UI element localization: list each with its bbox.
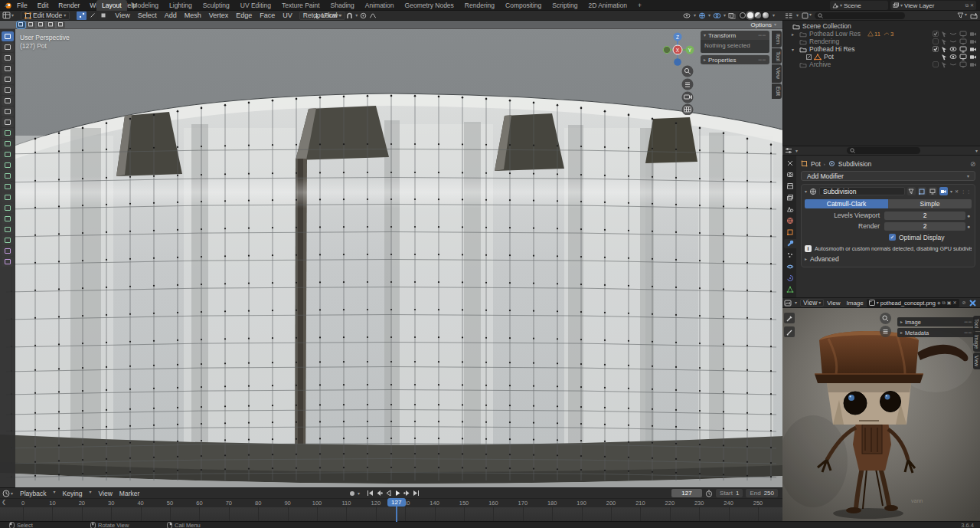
chevron-down-icon[interactable]: ▾ [796, 13, 799, 18]
tool-rf-smooth[interactable] [2, 235, 14, 245]
tool-cursor[interactable] [2, 42, 14, 52]
viewport-disable-icon[interactable] [959, 61, 967, 68]
chevron-down-icon[interactable]: ▾ [724, 13, 726, 18]
drag-handle-icon[interactable]: ⋮⋮ [961, 189, 972, 194]
workspace-tab-2d-animation[interactable]: 2D Animation [583, 0, 632, 11]
edge-select-button[interactable] [87, 11, 97, 20]
properties-tab-modifiers[interactable] [784, 239, 796, 248]
jump-to-start-button[interactable] [367, 490, 374, 497]
properties-panel-header[interactable]: ▸ Properties ══ [701, 55, 769, 64]
metadata-overlay-panel[interactable]: ▸ Metadata ══ [897, 328, 975, 337]
viewport-disable-icon[interactable] [959, 38, 967, 45]
falloff-icon[interactable] [369, 12, 377, 19]
display-mode-dropdown[interactable]: ▾ [802, 12, 812, 19]
solid-shading-button[interactable] [747, 12, 753, 18]
chevron-down-icon[interactable]: ▾ [708, 13, 710, 18]
zoom-button[interactable] [682, 66, 694, 77]
expand-toggle-icon[interactable]: ▸ [792, 31, 797, 37]
tool-box-select[interactable] [2, 31, 14, 41]
panel-grip-icon[interactable]: ══ [758, 33, 766, 38]
tool-transform[interactable] [2, 85, 14, 95]
render-levels-field[interactable]: 2 [884, 222, 965, 231]
eye-closed-icon[interactable] [949, 38, 957, 44]
image-menu-image[interactable]: Image [847, 300, 864, 307]
end-frame-field[interactable]: End250 [746, 489, 778, 497]
selectable-toggle-icon[interactable] [941, 46, 947, 53]
viewport-menu-select[interactable]: Select [138, 11, 157, 19]
timeline-menu-playback[interactable]: Playback [20, 490, 47, 497]
transform-panel-header[interactable]: ▾ Transform ══ [701, 31, 769, 40]
eye-closed-icon[interactable] [949, 61, 957, 67]
pack-icon[interactable]: ▣ [947, 300, 952, 305]
view-layer-selector[interactable]: ▾ View Layer ⧉ ✕ [890, 1, 976, 10]
workspace-tab-modeling[interactable]: Modeling [127, 0, 165, 11]
overlays-toggle[interactable] [713, 12, 721, 19]
tool-annotate[interactable] [2, 96, 14, 106]
animate-dot-icon[interactable]: ● [965, 224, 972, 229]
blender-logo-icon[interactable] [4, 2, 12, 9]
close-icon[interactable]: ✕ [970, 3, 974, 8]
chevron-down-icon[interactable]: ▾ [773, 13, 775, 18]
visibility-dropdown[interactable] [683, 12, 691, 19]
tool-scale[interactable] [2, 74, 14, 84]
tool-rf-grease-pencil[interactable] [2, 257, 14, 267]
scene-selector[interactable]: ▾ Scene [830, 1, 888, 10]
viewport-menu-face[interactable]: Face [260, 11, 275, 19]
image-editor-canvas[interactable]: ▸ Image ══ ▸ Metadata ══ ToolImageView v… [782, 308, 980, 521]
tool-rf-polypen[interactable] [2, 160, 14, 170]
tool-rf-patches[interactable] [2, 214, 14, 224]
current-frame-field[interactable]: 127 [671, 489, 702, 497]
workspace-tab-geometry-nodes[interactable]: Geometry Nodes [400, 0, 459, 11]
pin-icon[interactable]: ⊘ [962, 300, 966, 305]
workspace-tab-rendering[interactable]: Rendering [459, 0, 500, 11]
timeline-menu-keying[interactable]: Keying [63, 490, 83, 497]
tool-rf-stretch[interactable] [2, 246, 14, 256]
eye-open-icon[interactable] [949, 54, 957, 60]
display-mode-dropdown[interactable]: View ▾ [800, 299, 824, 307]
chevron-down-icon[interactable]: ▾ [805, 189, 807, 194]
gizmos-toggle[interactable] [698, 12, 706, 19]
viewport-3d[interactable]: Options ▾ User Perspective (127) Pot ▾ T… [0, 21, 782, 487]
render-disable-icon[interactable] [969, 61, 977, 68]
gizmo-z-neg-axis[interactable] [674, 58, 681, 66]
timeline-editor-button[interactable]: ▾ [2, 490, 13, 497]
tool-rf-polystrips[interactable] [2, 139, 14, 149]
workspace-tab-texture-paint[interactable]: Texture Paint [276, 0, 325, 11]
chevron-down-icon[interactable]: ▾ [795, 300, 797, 305]
properties-tab-constraints[interactable] [784, 274, 796, 283]
properties-tab-view-layer[interactable] [784, 193, 796, 202]
timeline-menu-view[interactable]: View [99, 490, 113, 497]
next-keyframe-button[interactable] [403, 490, 410, 497]
collapse-arrow-icon[interactable]: ❮ [2, 499, 6, 505]
image-editor-icon[interactable] [784, 300, 792, 307]
jump-to-end-button[interactable] [413, 490, 420, 497]
face-select-button[interactable] [98, 11, 108, 20]
image-overlay-panel[interactable]: ▸ Image ══ [897, 317, 975, 326]
fake-user-shield-icon[interactable]: ◈ [937, 300, 941, 305]
rendered-shading-button[interactable] [763, 12, 769, 18]
tool-rf-relax[interactable] [2, 203, 14, 213]
viewport-menu-mesh[interactable]: Mesh [185, 11, 201, 19]
filter-dropdown[interactable]: ▾ [957, 12, 967, 18]
chevron-down-icon[interactable]: ▾ [694, 13, 696, 18]
add-modifier-button[interactable]: Add Modifier ▾ [801, 171, 975, 181]
select-mode-extend[interactable] [27, 21, 35, 28]
outliner-row-archive[interactable]: Archive [783, 61, 980, 68]
tool-measure[interactable] [2, 107, 14, 116]
image-side-tab-image[interactable]: Image [973, 332, 980, 352]
timeline-menu-marker[interactable]: Marker [119, 490, 139, 497]
new-collection-button[interactable] [970, 12, 978, 19]
viewport-disable-icon[interactable] [959, 46, 967, 53]
selectable-toggle-icon[interactable] [941, 61, 947, 68]
workspace-tab-shading[interactable]: Shading [325, 0, 360, 11]
select-mode-invert[interactable] [47, 21, 55, 28]
workspace-tab-sculpting[interactable]: Sculpting [198, 0, 235, 11]
properties-tab-world[interactable] [784, 216, 796, 225]
outliner-row-pot[interactable]: Pot [783, 53, 980, 61]
selectable-toggle-icon[interactable] [941, 54, 947, 61]
xray-toggle[interactable] [728, 12, 736, 19]
exclude-checkbox[interactable] [933, 38, 939, 44]
workspace-tab-animation[interactable]: Animation [360, 0, 400, 11]
sample-tool-button[interactable] [784, 313, 795, 323]
viewport-menu-edge[interactable]: Edge [236, 11, 252, 19]
